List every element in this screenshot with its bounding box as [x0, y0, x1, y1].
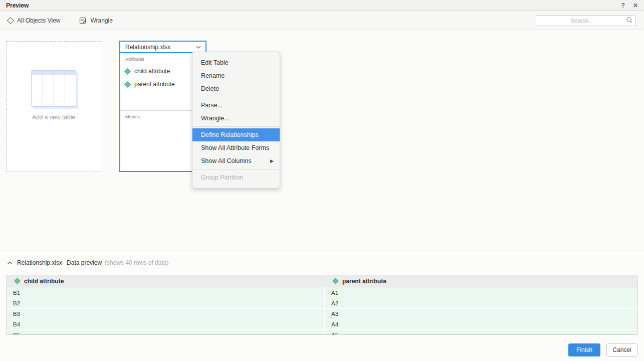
table-cell: B4: [7, 319, 325, 329]
table-cell: A3: [325, 308, 637, 319]
all-objects-view-label: All Objects View: [17, 17, 60, 24]
wrangle-icon: [79, 17, 86, 24]
add-new-table-button[interactable]: Add a new table: [6, 41, 101, 171]
table-cell: A2: [325, 298, 637, 308]
attribute-diamond-icon: [14, 278, 21, 284]
attribute-item-label: parent attribute: [134, 81, 175, 88]
menu-item-parse[interactable]: Parse...: [192, 99, 280, 112]
preview-subtitle: Data preview: [67, 259, 102, 266]
submenu-arrow-icon: ▶: [270, 158, 274, 163]
wrangle-button[interactable]: Wrangle: [79, 17, 112, 24]
cancel-button[interactable]: Cancel: [606, 343, 637, 356]
data-preview-panel: Relationship.xlsx Data preview (shows 40…: [0, 251, 644, 361]
menu-item-show-all-attribute-forms[interactable]: Show All Attribute Forms: [192, 141, 280, 154]
table-card-title: Relationship.xlsx: [125, 44, 170, 51]
diamond-outline-icon: [7, 17, 14, 24]
all-objects-view-button[interactable]: All Objects View: [8, 17, 60, 24]
table-cell: A4: [325, 319, 637, 329]
window-title: Preview: [6, 2, 29, 9]
table-cell: B3: [7, 308, 325, 319]
menu-item-wrangle[interactable]: Wrangle...: [192, 112, 280, 125]
menu-item-rename[interactable]: Rename: [192, 69, 280, 82]
search-icon[interactable]: [626, 17, 633, 26]
wrangle-label: Wrangle: [90, 17, 112, 24]
column-header-parent-attribute[interactable]: parent attribute: [325, 275, 637, 287]
attribute-diamond-icon: [124, 68, 131, 75]
attribute-item-parent[interactable]: parent attribute: [125, 81, 200, 88]
table-cell: A1: [325, 287, 637, 298]
preview-note: (shows 40 rows of data): [105, 259, 168, 266]
attribute-item-label: child attribute: [134, 68, 170, 75]
table-graphic-icon: [31, 70, 76, 107]
table-context-menu: Edit Table Rename Delete Parse... Wrangl…: [192, 52, 280, 189]
table-header-row: child attribute parent attribute: [7, 275, 637, 287]
table-cell: A5: [325, 329, 637, 335]
search-box: [536, 15, 636, 26]
table-row: B4 A4: [7, 319, 637, 329]
table-row: B3 A3: [7, 308, 637, 319]
help-icon[interactable]: ?: [621, 3, 625, 9]
metrics-label: Metrics: [125, 114, 200, 119]
chevron-down-icon[interactable]: [195, 45, 201, 49]
menu-item-edit-table[interactable]: Edit Table: [192, 56, 280, 69]
title-bar: Preview ? ✕: [0, 0, 644, 11]
add-table-label: Add a new table: [7, 114, 101, 121]
attribute-item-child[interactable]: child attribute: [125, 68, 200, 75]
menu-item-delete[interactable]: Delete: [192, 82, 280, 95]
data-preview-table: child attribute parent attribute B1 A1 B…: [7, 275, 637, 335]
table-cell: B5: [7, 329, 325, 335]
attributes-label: Attributes: [125, 57, 200, 62]
column-header-child-attribute[interactable]: child attribute: [7, 275, 325, 287]
finish-button[interactable]: Finish: [568, 343, 600, 356]
menu-item-define-relationships[interactable]: Define Relationships: [192, 128, 280, 141]
table-row: B1 A1: [7, 287, 637, 298]
search-input[interactable]: [536, 15, 636, 26]
table-cell: B1: [7, 287, 325, 298]
menu-item-show-all-columns[interactable]: Show All Columns ▶: [192, 154, 280, 167]
menu-item-group-partition: Group Partition: [192, 171, 280, 184]
table-row: B2 A2: [7, 298, 637, 308]
toolbar: All Objects View Wrangle: [0, 12, 644, 30]
attribute-diamond-icon: [124, 81, 131, 88]
data-preview-header: Relationship.xlsx Data preview (shows 40…: [7, 259, 168, 266]
close-icon[interactable]: ✕: [633, 3, 638, 9]
table-cell: B2: [7, 298, 325, 308]
table-row: B5 A5: [7, 329, 637, 335]
collapse-chevron-icon[interactable]: [7, 261, 13, 265]
preview-table-name: Relationship.xlsx: [17, 259, 62, 266]
attribute-diamond-icon: [332, 278, 339, 284]
